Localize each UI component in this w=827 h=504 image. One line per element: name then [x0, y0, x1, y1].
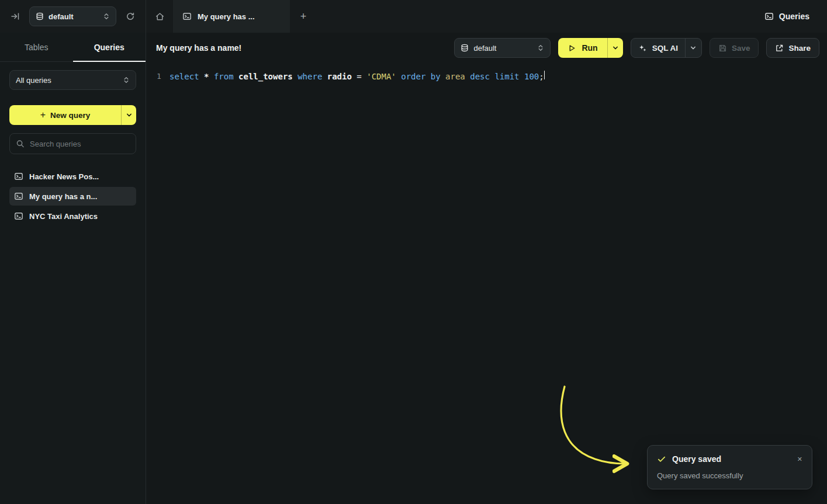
- editor-database-value: default: [473, 44, 532, 53]
- save-button[interactable]: Save: [710, 38, 759, 58]
- sidebar-tab-queries[interactable]: Queries: [73, 33, 146, 61]
- collapse-sidebar-button[interactable]: [7, 8, 23, 25]
- run-button-main[interactable]: Run: [558, 38, 607, 58]
- topbar-sidebar-section: default: [0, 0, 146, 33]
- queries-filter-value: All queries: [16, 76, 118, 85]
- toast-header: Query saved ✕: [657, 454, 802, 464]
- save-label: Save: [732, 44, 750, 53]
- save-icon: [718, 44, 727, 53]
- run-button[interactable]: Run: [558, 38, 622, 58]
- line-number: 1: [146, 71, 169, 82]
- topbar: default My query has ..: [0, 0, 827, 33]
- sql-ai-label: SQL AI: [652, 44, 678, 53]
- toast-title: Query saved: [672, 454, 791, 464]
- new-query-label: New query: [50, 111, 90, 120]
- query-list-item-my-query[interactable]: My query has a n...: [9, 187, 136, 206]
- query-icon: [14, 192, 23, 201]
- query-list-item-hacker-news[interactable]: Hacker News Pos...: [9, 167, 136, 186]
- arrow-to-bar-icon: [11, 12, 20, 21]
- topbar-database-value: default: [49, 12, 98, 21]
- sql-editor[interactable]: 1 select * from cell_towers where radio …: [146, 63, 827, 504]
- sql-ai-dropdown-button[interactable]: [685, 39, 701, 57]
- topbar-database-selector[interactable]: default: [29, 6, 116, 26]
- query-list-item-nyc-taxi[interactable]: NYC Taxi Analytics: [9, 207, 136, 225]
- query-item-label: Hacker News Pos...: [29, 172, 99, 181]
- toast-close-button[interactable]: ✕: [797, 456, 802, 463]
- new-query-button[interactable]: + New query: [9, 105, 136, 125]
- sql-ai-main[interactable]: SQL AI: [631, 39, 685, 57]
- new-query-dropdown-button[interactable]: [121, 105, 136, 125]
- play-icon: [568, 44, 576, 53]
- editor-database-selector[interactable]: default: [454, 38, 551, 58]
- sparkle-icon: [638, 44, 647, 53]
- tab-strip: My query has ... +: [146, 0, 761, 33]
- queries-icon: [764, 12, 774, 21]
- check-icon: [657, 454, 666, 464]
- sidebar-tab-tables[interactable]: Tables: [0, 33, 73, 61]
- database-icon: [36, 12, 44, 20]
- chevron-down-icon: [690, 44, 697, 51]
- home-button[interactable]: [146, 0, 173, 33]
- sidebar-body: All queries + New query: [0, 62, 146, 234]
- add-tab-button[interactable]: +: [290, 0, 317, 33]
- tab-my-query[interactable]: My query has ...: [173, 0, 290, 33]
- new-query-main[interactable]: + New query: [9, 105, 121, 125]
- toast-message: Query saved successfully: [657, 471, 802, 480]
- query-item-label: NYC Taxi Analytics: [29, 212, 98, 221]
- toast-query-saved: Query saved ✕ Query saved successfully: [647, 445, 812, 489]
- editor-header: My query has a name! default: [146, 33, 827, 63]
- page-title: My query has a name!: [156, 43, 241, 53]
- queries-link-label: Queries: [779, 12, 809, 21]
- topbar-right: Queries: [761, 0, 827, 33]
- database-icon: [461, 44, 469, 52]
- queries-filter-select[interactable]: All queries: [9, 70, 136, 90]
- share-icon: [775, 44, 784, 53]
- query-list: Hacker News Pos... My query has a n... N…: [9, 167, 136, 225]
- chevron-down-icon: [126, 112, 133, 119]
- refresh-icon: [126, 12, 135, 21]
- query-icon: [182, 12, 192, 21]
- text-cursor: [544, 71, 545, 79]
- editor-header-controls: default Run: [454, 38, 819, 58]
- query-item-label: My query has a n...: [29, 192, 97, 201]
- tab-label: My query has ...: [198, 12, 255, 21]
- run-label: Run: [582, 43, 597, 53]
- sidebar-tabs: Tables Queries: [0, 33, 146, 62]
- queries-link[interactable]: Queries: [761, 11, 813, 22]
- plus-icon: +: [40, 110, 46, 120]
- share-button[interactable]: Share: [766, 38, 819, 58]
- updown-chevrons-icon: [537, 44, 544, 51]
- code-line: 1 select * from cell_towers where radio …: [146, 71, 827, 82]
- chevron-down-icon: [612, 44, 619, 51]
- plus-icon: +: [300, 11, 307, 23]
- main-panel: My query has a name! default: [146, 33, 827, 504]
- tables-tab-label: Tables: [25, 43, 48, 52]
- sidebar: Tables Queries All queries + New query: [0, 33, 146, 504]
- search-icon: [16, 140, 25, 148]
- query-icon: [14, 172, 23, 181]
- run-dropdown-button[interactable]: [607, 38, 623, 58]
- code-tokens: select * from cell_towers where radio = …: [169, 71, 544, 82]
- sql-ai-button[interactable]: SQL AI: [631, 38, 702, 58]
- share-label: Share: [788, 44, 811, 53]
- app: default My query has ..: [0, 0, 827, 504]
- updown-chevrons-icon: [123, 77, 130, 84]
- search-queries-field: [9, 133, 136, 154]
- query-icon: [14, 211, 23, 221]
- updown-chevrons-icon: [103, 13, 110, 20]
- queries-tab-label: Queries: [94, 43, 124, 52]
- search-input[interactable]: [9, 133, 136, 154]
- body: Tables Queries All queries + New query: [0, 33, 827, 504]
- refresh-button[interactable]: [122, 8, 139, 25]
- home-icon: [155, 12, 165, 22]
